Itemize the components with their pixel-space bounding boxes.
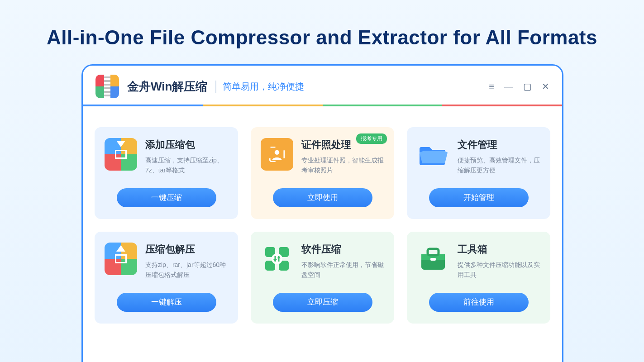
toolbox-icon — [417, 243, 449, 275]
card-desc: 支持zip、rar、jar等超过60种压缩包格式解压 — [145, 260, 228, 280]
app-name: 金舟Win解压缩 — [127, 79, 207, 95]
feature-cards-grid: 添加压缩包 高速压缩，支持压缩至zip、7z、tar等格式 一键压缩 报考专用 … — [83, 106, 562, 324]
card-title: 工具箱 — [458, 243, 540, 256]
badge-exam: 报考专用 — [356, 133, 387, 144]
card-file-manager[interactable]: 文件管理 便捷预览、高效管理文件，压缩解压更方便 开始管理 — [407, 127, 550, 219]
accent-colorbar — [83, 105, 562, 106]
card-software-compress[interactable]: 软件压缩 不影响软件正常使用，节省磁盘空间 立即压缩 — [251, 232, 394, 324]
start-manage-button[interactable]: 开始管理 — [429, 188, 529, 207]
card-desc: 专业处理证件照，智能生成报考审核照片 — [301, 155, 384, 176]
card-title: 文件管理 — [458, 138, 540, 152]
folder-icon — [417, 138, 449, 171]
svg-rect-9 — [428, 249, 439, 255]
page-headline: All-in-One File Compressor and Extractor… — [0, 0, 644, 49]
card-desc: 不影响软件正常使用，节省磁盘空间 — [301, 260, 384, 280]
titlebar: 金舟Win解压缩 简单易用，纯净便捷 ≡ — ▢ ✕ — [83, 66, 562, 105]
compress-icon — [105, 138, 137, 171]
app-logo-icon — [95, 75, 119, 98]
app-window: 金舟Win解压缩 简单易用，纯净便捷 ≡ — ▢ ✕ 添加压缩包 高速压缩，支持… — [81, 64, 563, 362]
close-button[interactable]: ✕ — [542, 82, 549, 91]
use-now-button[interactable]: 立即使用 — [273, 188, 372, 207]
svg-point-1 — [275, 150, 280, 155]
card-title: 软件压缩 — [301, 243, 384, 256]
extract-icon — [105, 243, 137, 275]
card-add-archive[interactable]: 添加压缩包 高速压缩，支持压缩至zip、7z、tar等格式 一键压缩 — [95, 127, 238, 219]
svg-rect-10 — [430, 258, 436, 261]
card-extract[interactable]: 压缩包解压 支持zip、rar、jar等超过60种压缩包格式解压 一键解压 — [95, 232, 238, 324]
card-toolbox[interactable]: 工具箱 提供多种文件压缩功能以及实用工具 前往使用 — [407, 232, 550, 324]
app-tagline: 简单易用，纯净便捷 — [215, 81, 304, 93]
svg-point-6 — [272, 253, 282, 264]
maximize-button[interactable]: ▢ — [523, 82, 532, 91]
window-controls: ≡ — ▢ ✕ — [489, 82, 549, 91]
id-photo-icon — [261, 138, 293, 171]
compress-button[interactable]: 一键压缩 — [117, 188, 216, 207]
extract-button[interactable]: 一键解压 — [117, 293, 216, 312]
card-title: 压缩包解压 — [145, 243, 228, 256]
card-id-photo[interactable]: 报考专用 证件照处理 专业处理证件照，智能生成报考审核照片 立即使用 — [251, 127, 394, 219]
compress-now-button[interactable]: 立即压缩 — [273, 293, 372, 312]
go-use-button[interactable]: 前往使用 — [429, 293, 529, 312]
card-desc: 便捷预览、高效管理文件，压缩解压更方便 — [458, 155, 540, 176]
card-title: 添加压缩包 — [145, 138, 228, 152]
menu-icon[interactable]: ≡ — [489, 82, 494, 91]
minimize-button[interactable]: — — [504, 82, 513, 91]
card-desc: 高速压缩，支持压缩至zip、7z、tar等格式 — [145, 155, 228, 176]
software-compress-icon — [261, 243, 293, 275]
card-desc: 提供多种文件压缩功能以及实用工具 — [458, 260, 540, 280]
